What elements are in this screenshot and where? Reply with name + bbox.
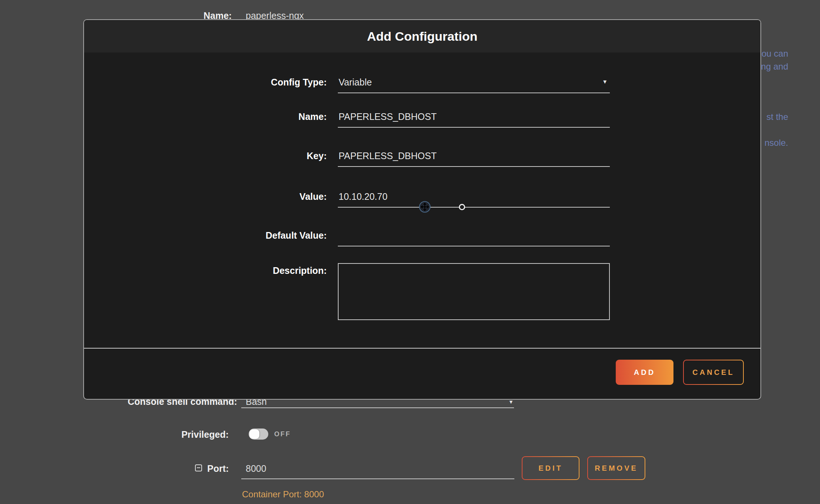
- value-label: Value:: [84, 186, 327, 207]
- value-input[interactable]: [338, 186, 610, 207]
- port-underline: [241, 478, 514, 479]
- console-shell-underline: [241, 407, 514, 408]
- chevron-down-icon: ▼: [602, 78, 608, 85]
- bg-help-text-fragment: ng and: [761, 61, 788, 72]
- collapse-minus-icon[interactable]: [195, 464, 202, 471]
- move-cursor-icon: [419, 201, 431, 213]
- default-value-input[interactable]: [338, 225, 610, 246]
- key-label: Key:: [84, 145, 327, 166]
- click-indicator-icon: [459, 204, 465, 210]
- default-value-label: Default Value:: [84, 225, 327, 246]
- name-row: Name:: [84, 106, 760, 127]
- description-textarea[interactable]: [338, 263, 610, 320]
- page: Name: paperless-ngx ou can ng and st the…: [0, 0, 820, 504]
- bg-help-text-fragment: nsole.: [764, 138, 788, 148]
- default-value-row: Default Value:: [84, 225, 760, 246]
- config-type-row: Config Type: Variable ▼: [84, 72, 760, 93]
- modal-header: Add Configuration: [84, 20, 760, 53]
- name-input[interactable]: [338, 106, 610, 127]
- container-port-text: Container Port: 8000: [242, 489, 324, 500]
- config-type-value: Variable: [338, 72, 610, 93]
- edit-button[interactable]: EDIT: [522, 456, 579, 480]
- privileged-label: Privileged:: [147, 429, 229, 440]
- bg-help-text-fragment: st the: [766, 112, 788, 122]
- port-label: Port:: [207, 463, 229, 474]
- config-type-label: Config Type:: [84, 72, 327, 93]
- name-label: Name:: [84, 106, 327, 127]
- description-label: Description:: [84, 265, 327, 276]
- key-row: Key:: [84, 145, 760, 166]
- modal-title: Add Configuration: [367, 29, 477, 44]
- bg-help-text-fragment: ou can: [762, 48, 788, 59]
- privileged-toggle[interactable]: [249, 429, 268, 440]
- config-type-select[interactable]: Variable ▼: [338, 72, 610, 93]
- modal-footer-divider: [84, 348, 760, 349]
- add-configuration-modal: Add Configuration Config Type: Variable …: [83, 19, 761, 400]
- port-input[interactable]: 8000: [246, 463, 266, 474]
- key-input[interactable]: [338, 145, 610, 166]
- cancel-button[interactable]: CANCEL: [683, 360, 744, 385]
- privileged-state: OFF: [274, 430, 291, 438]
- chevron-down-icon[interactable]: ▼: [508, 399, 514, 405]
- toggle-knob-icon: [249, 429, 259, 439]
- add-button[interactable]: ADD: [616, 360, 673, 385]
- remove-button[interactable]: REMOVE: [587, 456, 645, 480]
